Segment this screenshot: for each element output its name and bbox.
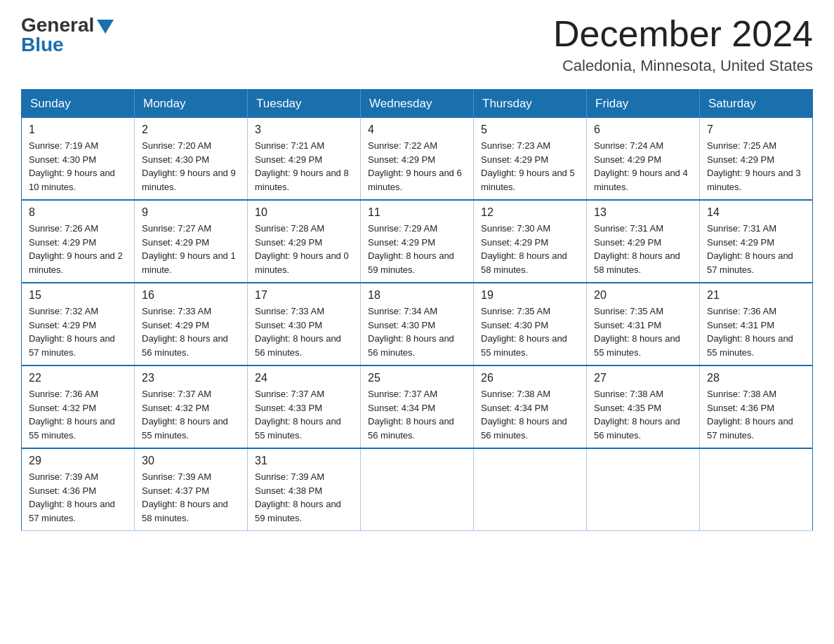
- day-number: 4: [368, 123, 466, 136]
- calendar-cell: 11 Sunrise: 7:29 AMSunset: 4:29 PMDaylig…: [361, 200, 474, 283]
- day-number: 2: [142, 123, 240, 136]
- day-info: Sunrise: 7:34 AMSunset: 4:30 PMDaylight:…: [368, 306, 454, 358]
- calendar-cell: [361, 448, 474, 531]
- day-info: Sunrise: 7:36 AMSunset: 4:31 PMDaylight:…: [707, 306, 793, 358]
- calendar-cell: 15 Sunrise: 7:32 AMSunset: 4:29 PMDaylig…: [22, 283, 135, 365]
- day-number: 9: [142, 206, 240, 219]
- calendar-cell: 4 Sunrise: 7:22 AMSunset: 4:29 PMDayligh…: [361, 118, 474, 200]
- calendar-cell: 12 Sunrise: 7:30 AMSunset: 4:29 PMDaylig…: [474, 200, 587, 283]
- day-number: 10: [255, 206, 353, 219]
- calendar-week-1: 1 Sunrise: 7:19 AMSunset: 4:30 PMDayligh…: [22, 118, 813, 200]
- calendar-week-4: 22 Sunrise: 7:36 AMSunset: 4:32 PMDaylig…: [22, 365, 813, 448]
- day-info: Sunrise: 7:37 AMSunset: 4:32 PMDaylight:…: [142, 389, 228, 441]
- calendar-cell: 19 Sunrise: 7:35 AMSunset: 4:30 PMDaylig…: [474, 283, 587, 365]
- day-info: Sunrise: 7:19 AMSunset: 4:30 PMDaylight:…: [29, 140, 115, 192]
- day-info: Sunrise: 7:39 AMSunset: 4:38 PMDaylight:…: [255, 471, 341, 523]
- calendar-header-sunday: Sunday: [22, 90, 135, 119]
- day-number: 23: [142, 372, 240, 384]
- day-info: Sunrise: 7:35 AMSunset: 4:30 PMDaylight:…: [481, 306, 567, 358]
- day-info: Sunrise: 7:33 AMSunset: 4:30 PMDaylight:…: [255, 306, 341, 358]
- day-number: 11: [368, 206, 466, 219]
- day-number: 16: [142, 289, 240, 302]
- calendar-cell: 1 Sunrise: 7:19 AMSunset: 4:30 PMDayligh…: [22, 118, 135, 200]
- calendar-cell: 23 Sunrise: 7:37 AMSunset: 4:32 PMDaylig…: [135, 365, 248, 448]
- day-number: 20: [594, 289, 692, 302]
- calendar-week-3: 15 Sunrise: 7:32 AMSunset: 4:29 PMDaylig…: [22, 283, 813, 365]
- logo: General Blue: [21, 14, 114, 56]
- day-number: 5: [481, 123, 579, 136]
- calendar-cell: 6 Sunrise: 7:24 AMSunset: 4:29 PMDayligh…: [587, 118, 700, 200]
- day-info: Sunrise: 7:26 AMSunset: 4:29 PMDaylight:…: [29, 223, 123, 275]
- title-section: December 2024 Caledonia, Minnesota, Unit…: [553, 14, 813, 75]
- calendar-cell: 24 Sunrise: 7:37 AMSunset: 4:33 PMDaylig…: [248, 365, 361, 448]
- calendar-cell: 3 Sunrise: 7:21 AMSunset: 4:29 PMDayligh…: [248, 118, 361, 200]
- day-info: Sunrise: 7:37 AMSunset: 4:34 PMDaylight:…: [368, 389, 454, 441]
- day-info: Sunrise: 7:32 AMSunset: 4:29 PMDaylight:…: [29, 306, 115, 358]
- calendar-header-tuesday: Tuesday: [248, 90, 361, 119]
- day-number: 21: [707, 289, 805, 302]
- day-number: 19: [481, 289, 579, 302]
- calendar-cell: 27 Sunrise: 7:38 AMSunset: 4:35 PMDaylig…: [587, 365, 700, 448]
- day-info: Sunrise: 7:33 AMSunset: 4:29 PMDaylight:…: [142, 306, 228, 358]
- calendar-cell: 18 Sunrise: 7:34 AMSunset: 4:30 PMDaylig…: [361, 283, 474, 365]
- day-number: 17: [255, 289, 353, 302]
- calendar-cell: 25 Sunrise: 7:37 AMSunset: 4:34 PMDaylig…: [361, 365, 474, 448]
- calendar-cell: 13 Sunrise: 7:31 AMSunset: 4:29 PMDaylig…: [587, 200, 700, 283]
- calendar-cell: 16 Sunrise: 7:33 AMSunset: 4:29 PMDaylig…: [135, 283, 248, 365]
- day-info: Sunrise: 7:28 AMSunset: 4:29 PMDaylight:…: [255, 223, 349, 275]
- calendar-header-saturday: Saturday: [700, 90, 813, 119]
- day-info: Sunrise: 7:25 AMSunset: 4:29 PMDaylight:…: [707, 140, 801, 192]
- day-number: 18: [368, 289, 466, 302]
- calendar-cell: [700, 448, 813, 531]
- day-number: 15: [29, 289, 127, 302]
- day-number: 31: [255, 455, 353, 467]
- calendar-cell: 17 Sunrise: 7:33 AMSunset: 4:30 PMDaylig…: [248, 283, 361, 365]
- day-info: Sunrise: 7:39 AMSunset: 4:37 PMDaylight:…: [142, 471, 228, 523]
- day-number: 27: [594, 372, 692, 384]
- logo-blue-text: Blue: [21, 34, 64, 56]
- day-info: Sunrise: 7:20 AMSunset: 4:30 PMDaylight:…: [142, 140, 236, 192]
- day-number: 25: [368, 372, 466, 384]
- day-info: Sunrise: 7:31 AMSunset: 4:29 PMDaylight:…: [707, 223, 793, 275]
- calendar-week-2: 8 Sunrise: 7:26 AMSunset: 4:29 PMDayligh…: [22, 200, 813, 283]
- calendar-cell: 7 Sunrise: 7:25 AMSunset: 4:29 PMDayligh…: [700, 118, 813, 200]
- day-number: 12: [481, 206, 579, 219]
- calendar-cell: 9 Sunrise: 7:27 AMSunset: 4:29 PMDayligh…: [135, 200, 248, 283]
- day-number: 30: [142, 455, 240, 467]
- day-number: 7: [707, 123, 805, 136]
- calendar-cell: [587, 448, 700, 531]
- day-info: Sunrise: 7:37 AMSunset: 4:33 PMDaylight:…: [255, 389, 341, 441]
- day-info: Sunrise: 7:36 AMSunset: 4:32 PMDaylight:…: [29, 389, 115, 441]
- day-info: Sunrise: 7:24 AMSunset: 4:29 PMDaylight:…: [594, 140, 688, 192]
- calendar-header-row: SundayMondayTuesdayWednesdayThursdayFrid…: [22, 90, 813, 119]
- calendar-header-friday: Friday: [587, 90, 700, 119]
- calendar-cell: 20 Sunrise: 7:35 AMSunset: 4:31 PMDaylig…: [587, 283, 700, 365]
- day-info: Sunrise: 7:38 AMSunset: 4:36 PMDaylight:…: [707, 389, 793, 441]
- day-number: 26: [481, 372, 579, 384]
- page-subtitle: Caledonia, Minnesota, United States: [553, 57, 813, 75]
- calendar-cell: 30 Sunrise: 7:39 AMSunset: 4:37 PMDaylig…: [135, 448, 248, 531]
- day-number: 22: [29, 372, 127, 384]
- day-number: 28: [707, 372, 805, 384]
- day-info: Sunrise: 7:27 AMSunset: 4:29 PMDaylight:…: [142, 223, 236, 275]
- day-number: 3: [255, 123, 353, 136]
- day-number: 14: [707, 206, 805, 219]
- day-info: Sunrise: 7:21 AMSunset: 4:29 PMDaylight:…: [255, 140, 349, 192]
- day-info: Sunrise: 7:31 AMSunset: 4:29 PMDaylight:…: [594, 223, 680, 275]
- calendar-cell: 21 Sunrise: 7:36 AMSunset: 4:31 PMDaylig…: [700, 283, 813, 365]
- day-info: Sunrise: 7:22 AMSunset: 4:29 PMDaylight:…: [368, 140, 462, 192]
- day-info: Sunrise: 7:38 AMSunset: 4:35 PMDaylight:…: [594, 389, 680, 441]
- day-info: Sunrise: 7:35 AMSunset: 4:31 PMDaylight:…: [594, 306, 680, 358]
- day-number: 24: [255, 372, 353, 384]
- calendar-cell: 22 Sunrise: 7:36 AMSunset: 4:32 PMDaylig…: [22, 365, 135, 448]
- page-title: December 2024: [553, 14, 813, 54]
- logo-triangle-icon: [97, 20, 114, 34]
- day-info: Sunrise: 7:39 AMSunset: 4:36 PMDaylight:…: [29, 471, 115, 523]
- calendar-cell: 31 Sunrise: 7:39 AMSunset: 4:38 PMDaylig…: [248, 448, 361, 531]
- day-number: 1: [29, 123, 127, 136]
- calendar-header-monday: Monday: [135, 90, 248, 119]
- calendar-cell: 5 Sunrise: 7:23 AMSunset: 4:29 PMDayligh…: [474, 118, 587, 200]
- calendar-cell: 2 Sunrise: 7:20 AMSunset: 4:30 PMDayligh…: [135, 118, 248, 200]
- day-number: 6: [594, 123, 692, 136]
- calendar-cell: 26 Sunrise: 7:38 AMSunset: 4:34 PMDaylig…: [474, 365, 587, 448]
